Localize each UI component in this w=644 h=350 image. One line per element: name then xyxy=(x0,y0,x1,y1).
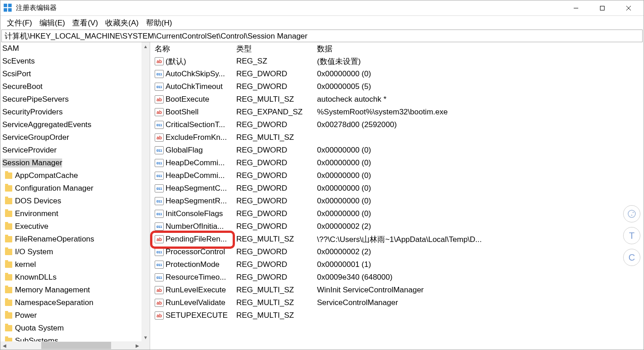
value-row[interactable]: AutoChkTimeoutREG_DWORD0x00000005 (5) xyxy=(150,80,644,93)
column-name[interactable]: 名称 xyxy=(153,44,234,54)
tree-item-label: SAM xyxy=(2,44,19,53)
tree-item[interactable]: ServiceProvider xyxy=(0,144,150,157)
svg-rect-3 xyxy=(8,8,12,12)
dword-value-icon xyxy=(155,159,164,167)
value-row[interactable]: GlobalFlagREG_DWORD0x00000000 (0) xyxy=(150,144,644,157)
value-row[interactable]: ExcludeFromKn...REG_MULTI_SZ xyxy=(150,131,644,144)
value-row[interactable]: HeapDeCommi...REG_DWORD0x00000000 (0) xyxy=(150,169,644,182)
value-row[interactable]: (默认)REG_SZ(数值未设置) xyxy=(150,55,644,68)
value-name: RunLevelExecute xyxy=(166,286,226,295)
menu-edit[interactable]: 编辑(E) xyxy=(36,17,69,29)
menu-file[interactable]: 文件(F) xyxy=(3,17,36,29)
column-type[interactable]: 类型 xyxy=(234,44,315,54)
value-row[interactable]: ProcessorControlREG_DWORD0x00000002 (2) xyxy=(150,246,644,258)
tree-item[interactable]: ServiceAggregatedEvents xyxy=(0,118,150,131)
tree-horizontal-scrollbar[interactable]: ◀ ▶ xyxy=(0,341,141,350)
list-header[interactable]: 名称 类型 数据 xyxy=(150,42,644,55)
menu-view[interactable]: 查看(V) xyxy=(68,17,102,29)
menu-help[interactable]: 帮助(H) xyxy=(142,17,176,29)
value-row[interactable]: HeapSegmentC...REG_DWORD0x00000000 (0) xyxy=(150,182,644,195)
value-row[interactable]: HeapSegmentR...REG_DWORD0x00000000 (0) xyxy=(150,195,644,207)
value-row[interactable]: NumberOfInitia...REG_DWORD0x00000002 (2) xyxy=(150,220,644,233)
tree-item-label: Quota System xyxy=(15,324,64,333)
value-row[interactable]: HeapDeCommi...REG_DWORD0x00000000 (0) xyxy=(150,157,644,169)
value-data: ServiceControlManager xyxy=(315,298,644,307)
tree-item[interactable]: SecurityProviders xyxy=(0,106,150,118)
tree-item[interactable]: DOS Devices xyxy=(0,195,150,207)
overlay-button-3[interactable]: C xyxy=(623,249,640,266)
value-row[interactable]: CriticalSectionT...REG_DWORD0x00278d00 (… xyxy=(150,118,644,131)
value-name-cell: CriticalSectionT... xyxy=(153,120,234,129)
tree-item[interactable]: KnownDLLs xyxy=(0,271,150,284)
scroll-right-icon[interactable]: ▶ xyxy=(133,341,141,350)
tree-item-label: NamespaceSeparation xyxy=(15,298,93,307)
tree-item-label: ServiceGroupOrder xyxy=(2,133,69,142)
tree-item-label: SecurePipeServers xyxy=(2,95,68,104)
maximize-button[interactable] xyxy=(589,1,615,15)
scroll-track[interactable] xyxy=(9,341,133,350)
value-row[interactable]: SETUPEXECUTEREG_MULTI_SZ xyxy=(150,309,644,322)
value-name: NumberOfInitia... xyxy=(166,222,224,231)
value-name-cell: NumberOfInitia... xyxy=(153,222,234,231)
tree-item[interactable]: Executive xyxy=(0,220,150,233)
tree-item[interactable]: Session Manager xyxy=(0,157,150,169)
svg-point-8 xyxy=(628,210,635,217)
address-bar[interactable]: 计算机\HKEY_LOCAL_MACHINE\SYSTEM\CurrentCon… xyxy=(1,30,643,42)
tree-item[interactable]: SecurePipeServers xyxy=(0,93,150,106)
tree-item[interactable]: ScsiPort xyxy=(0,68,150,80)
dword-value-icon xyxy=(155,121,164,129)
value-row[interactable]: PendingFileRen...REG_MULTI_SZ\??\C:\User… xyxy=(150,233,644,246)
tree-item-label: DOS Devices xyxy=(15,197,61,206)
menu-favorites[interactable]: 收藏夹(A) xyxy=(102,17,142,29)
value-row[interactable]: AutoChkSkipSy...REG_DWORD0x00000000 (0) xyxy=(150,68,644,80)
value-name-cell: ProcessorControl xyxy=(153,247,234,256)
folder-icon xyxy=(5,325,12,331)
tree-item[interactable]: Power xyxy=(0,309,150,322)
value-type: REG_DWORD xyxy=(234,146,315,155)
close-button[interactable] xyxy=(615,1,642,15)
tree-view[interactable]: SAMScEventsScsiPortSecureBootSecurePipeS… xyxy=(0,42,150,350)
tree-item[interactable]: Quota System xyxy=(0,322,150,335)
tree-item[interactable]: ServiceGroupOrder xyxy=(0,131,150,144)
value-name-cell: HeapSegmentC... xyxy=(153,184,234,193)
scroll-thumb[interactable] xyxy=(41,342,111,349)
tree-item-label: Environment xyxy=(15,209,58,218)
tree-item[interactable]: Configuration Manager xyxy=(0,182,150,195)
value-name-cell: AutoChkSkipSy... xyxy=(153,69,234,79)
folder-icon xyxy=(5,287,12,293)
dword-value-icon xyxy=(155,261,164,269)
value-row[interactable]: BootShellREG_EXPAND_SZ%SystemRoot%\syste… xyxy=(150,106,644,118)
value-row[interactable]: RunLevelValidateREG_MULTI_SZServiceContr… xyxy=(150,296,644,309)
tree-item[interactable]: Environment xyxy=(0,207,150,220)
minimize-button[interactable] xyxy=(563,1,589,15)
tree-item[interactable]: ScEvents xyxy=(0,55,150,68)
value-name-cell: PendingFileRen... xyxy=(153,235,234,244)
tree-vertical-scrollbar[interactable]: ▲ ▼ xyxy=(141,42,150,341)
tree-item[interactable]: SecureBoot xyxy=(0,80,150,93)
value-row[interactable]: InitConsoleFlagsREG_DWORD0x00000000 (0) xyxy=(150,207,644,220)
value-type: REG_DWORD xyxy=(234,209,315,218)
column-data[interactable]: 数据 xyxy=(315,44,644,54)
value-row[interactable]: ResourceTimeo...REG_DWORD0x0009e340 (648… xyxy=(150,271,644,284)
title-bar[interactable]: 注册表编辑器 xyxy=(0,0,644,16)
string-value-icon xyxy=(155,235,164,243)
overlay-button-2[interactable]: T xyxy=(623,227,640,244)
tree-item[interactable]: NamespaceSeparation xyxy=(0,296,150,309)
tree-item[interactable]: SAM xyxy=(0,42,150,55)
scroll-up-icon[interactable]: ▲ xyxy=(141,42,150,50)
tree-item[interactable]: Memory Management xyxy=(0,284,150,296)
scroll-left-icon[interactable]: ◀ xyxy=(0,341,9,350)
value-row[interactable]: BootExecuteREG_MULTI_SZautocheck autochk… xyxy=(150,93,644,106)
scroll-down-icon[interactable]: ▼ xyxy=(141,333,150,341)
value-row[interactable]: ProtectionModeREG_DWORD0x00000001 (1) xyxy=(150,258,644,271)
tree-item[interactable]: I/O System xyxy=(0,246,150,258)
values-list[interactable]: (默认)REG_SZ(数值未设置)AutoChkSkipSy...REG_DWO… xyxy=(150,55,644,322)
value-name-cell: RunLevelValidate xyxy=(153,298,234,307)
value-name: AutoChkSkipSy... xyxy=(166,69,225,79)
value-row[interactable]: RunLevelExecuteREG_MULTI_SZWinInit Servi… xyxy=(150,284,644,296)
tree-item[interactable]: FileRenameOperations xyxy=(0,233,150,246)
value-name-cell: HeapDeCommi... xyxy=(153,171,234,180)
tree-item[interactable]: AppCompatCache xyxy=(0,169,150,182)
overlay-button-1[interactable] xyxy=(623,205,640,222)
tree-item[interactable]: kernel xyxy=(0,258,150,271)
